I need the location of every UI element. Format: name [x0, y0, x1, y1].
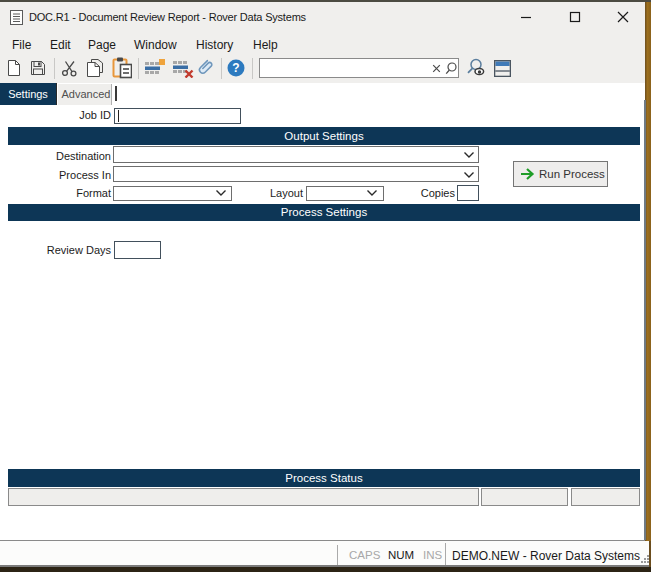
- svg-text:?: ?: [232, 61, 239, 75]
